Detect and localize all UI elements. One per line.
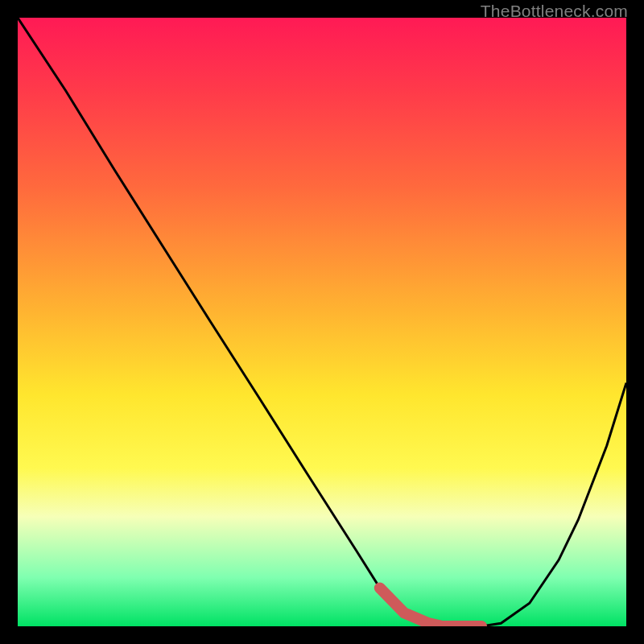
watermark: TheBottleneck.com bbox=[481, 2, 628, 21]
bottleneck-curve bbox=[18, 18, 626, 626]
chart-area bbox=[18, 18, 626, 626]
optimal-segment bbox=[380, 588, 481, 626]
stage: TheBottleneck.com bbox=[0, 0, 644, 644]
curve-svg bbox=[18, 18, 626, 626]
